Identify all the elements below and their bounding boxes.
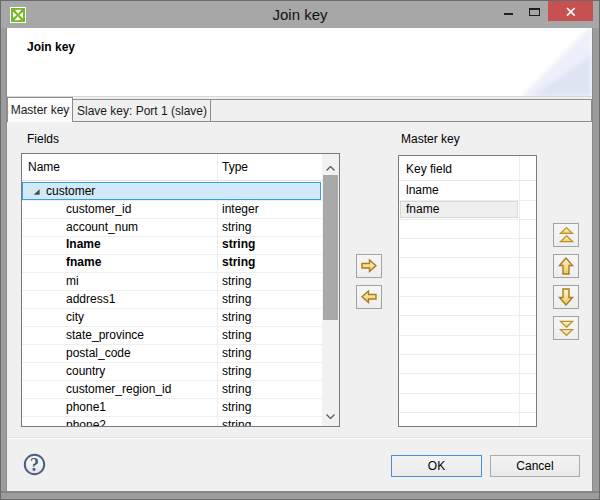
- svg-text:?: ?: [30, 455, 39, 475]
